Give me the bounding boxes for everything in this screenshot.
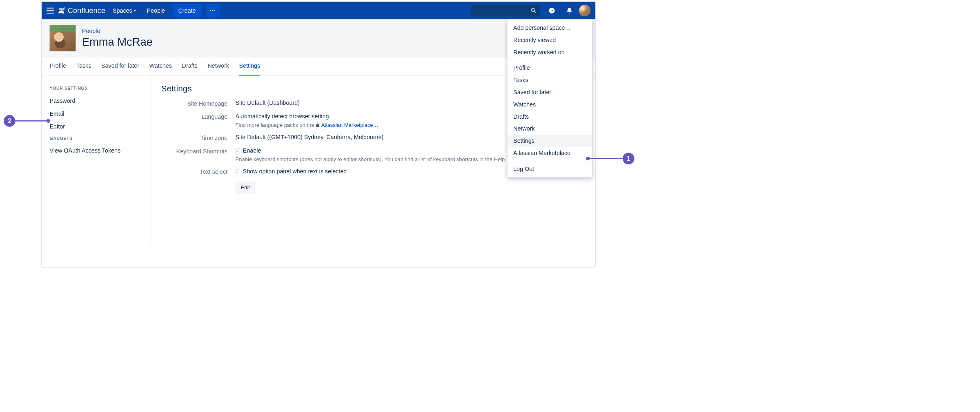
sidebar-email[interactable]: Email <box>50 108 143 121</box>
dd-watches[interactable]: Watches <box>508 98 592 111</box>
svg-point-0 <box>531 9 535 12</box>
nav-spaces[interactable]: Spaces ▾ <box>109 5 139 16</box>
dd-recently-worked[interactable]: Recently worked on <box>508 46 592 58</box>
tab-drafts[interactable]: Drafts <box>182 57 198 75</box>
svg-rect-4 <box>316 124 319 127</box>
bell-icon <box>566 7 573 14</box>
search-input[interactable] <box>471 5 540 17</box>
sidebar-heading-your-settings: YOUR SETTINGS <box>50 86 143 91</box>
label-timezone: Time zone <box>161 134 228 141</box>
profile-dropdown: Add personal space… Recently viewed Rece… <box>507 19 592 177</box>
dd-network[interactable]: Network <box>508 123 592 135</box>
callout-line-2 <box>16 120 47 122</box>
search-icon <box>530 8 536 13</box>
app-switcher-icon[interactable] <box>47 8 54 13</box>
breadcrumb-people[interactable]: People <box>82 28 100 34</box>
callout-line-1 <box>590 158 623 159</box>
marketplace-icon <box>316 123 320 127</box>
sidebar-heading-gadgets: GADGETS <box>50 136 143 141</box>
dd-profile[interactable]: Profile <box>508 62 592 74</box>
label-site-homepage: Site Homepage <box>161 100 228 107</box>
edit-button[interactable]: Edit <box>236 182 255 194</box>
app-frame: Confluence Spaces ▾ People Create ··· ? <box>41 1 596 268</box>
callout-badge-2: 2 <box>4 115 16 127</box>
dd-logout[interactable]: Log Out <box>508 163 592 175</box>
notifications-button[interactable] <box>564 5 575 17</box>
tab-tasks[interactable]: Tasks <box>76 57 91 75</box>
topbar: Confluence Spaces ▾ People Create ··· ? <box>42 2 595 20</box>
sidebar-editor[interactable]: Editor <box>50 120 143 133</box>
label-language: Language <box>161 113 228 120</box>
nav-people[interactable]: People <box>143 5 169 16</box>
chevron-down-icon: ▾ <box>134 9 136 13</box>
profile-avatar <box>50 25 76 51</box>
create-button[interactable]: Create <box>172 4 202 18</box>
dd-add-personal-space[interactable]: Add personal space… <box>508 22 592 34</box>
dd-recently-viewed[interactable]: Recently viewed <box>508 34 592 46</box>
dd-tasks[interactable]: Tasks <box>508 74 592 86</box>
confluence-logo[interactable]: Confluence <box>58 7 105 15</box>
tab-settings[interactable]: Settings <box>239 57 261 75</box>
dd-separator <box>508 60 592 60</box>
svg-line-1 <box>534 11 536 13</box>
tab-network[interactable]: Network <box>207 57 229 75</box>
settings-sidebar: YOUR SETTINGS Password Email Editor GADG… <box>42 75 151 245</box>
sidebar-password[interactable]: Password <box>50 95 143 108</box>
dd-saved[interactable]: Saved for later <box>508 86 592 98</box>
checkbox-text-select: ✓ <box>236 169 241 174</box>
label-text-select: Text select <box>161 168 228 175</box>
brand-name: Confluence <box>68 7 105 15</box>
profile-avatar-button[interactable] <box>579 5 591 17</box>
checkbox-shortcuts: ✓ <box>236 148 241 153</box>
marketplace-link[interactable]: Atlassian Marketplace… <box>321 122 378 128</box>
dd-separator <box>508 161 592 162</box>
tab-watches[interactable]: Watches <box>149 57 172 75</box>
dd-marketplace[interactable]: Atlassian Marketplace <box>508 147 592 159</box>
label-keyboard-shortcuts: Keyboard Shortcuts <box>161 147 228 155</box>
dd-drafts[interactable]: Drafts <box>508 111 592 123</box>
profile-name: Emma McRae <box>82 36 153 49</box>
dd-settings[interactable]: Settings <box>508 135 592 147</box>
create-more-button[interactable]: ··· <box>206 4 220 18</box>
callout-badge-1: 1 <box>623 153 635 164</box>
help-button[interactable]: ? <box>546 5 558 17</box>
svg-text:?: ? <box>550 9 553 13</box>
callout-dot-2 <box>47 119 50 123</box>
sidebar-oauth[interactable]: View OAuth Access Tokens <box>50 144 143 157</box>
callout-dot-1 <box>586 157 590 160</box>
tab-profile[interactable]: Profile <box>50 57 67 75</box>
help-icon: ? <box>548 7 555 14</box>
tab-saved[interactable]: Saved for later <box>101 57 139 75</box>
confluence-icon <box>58 7 66 15</box>
